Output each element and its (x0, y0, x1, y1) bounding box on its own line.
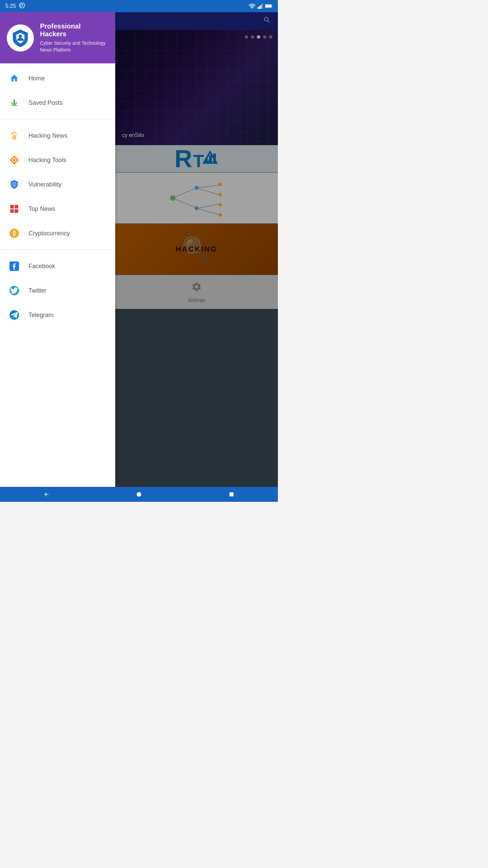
svg-point-1 (252, 8, 252, 8)
svg-text:₿: ₿ (13, 230, 16, 237)
svg-rect-5 (262, 3, 263, 9)
svg-point-9 (19, 35, 22, 38)
svg-rect-14 (10, 205, 14, 209)
dot-4 (263, 35, 266, 39)
main-nav-section: Home Saved Posts (0, 63, 115, 118)
search-button[interactable] (263, 16, 271, 26)
nav-item-cryptocurrency[interactable]: ₿ Cryptocurrency (0, 221, 115, 245)
svg-point-32 (219, 193, 222, 196)
nav-item-saved-posts[interactable]: Saved Posts (0, 91, 115, 115)
card-row-3: 🔍 HACKING (115, 224, 278, 275)
signal-icon (258, 3, 263, 9)
back-button[interactable] (40, 488, 53, 501)
facebook-icon (8, 260, 20, 272)
wifi-icon (249, 3, 256, 9)
drawer-nav: Home Saved Posts (0, 63, 115, 487)
rt-logo-card[interactable]: R T (115, 145, 278, 172)
settings-label: Settings (188, 297, 205, 303)
app-name: Professional Hackers (40, 22, 108, 38)
svg-rect-8 (265, 5, 271, 7)
svg-rect-42 (229, 492, 233, 496)
recent-button[interactable] (225, 488, 238, 501)
nav-item-top-news[interactable]: Top News (0, 197, 115, 221)
settings-gear-icon (191, 281, 202, 295)
sync-icon (19, 2, 25, 10)
svg-point-41 (137, 492, 141, 497)
svg-point-13 (13, 159, 15, 161)
svg-point-11 (14, 137, 15, 138)
settings-card[interactable]: Settings (115, 275, 278, 309)
hacking-news-icon (8, 130, 20, 142)
drawer: Professional Hackers Cyber Security and … (0, 12, 115, 487)
dot-2 (251, 35, 254, 39)
hacking-tools-icon (8, 154, 20, 166)
divider-1 (0, 119, 115, 119)
saved-posts-label: Saved Posts (28, 99, 63, 106)
svg-line-38 (199, 189, 219, 195)
svg-rect-26 (209, 155, 212, 164)
svg-rect-25 (205, 159, 208, 164)
status-time: 5:25 (5, 3, 16, 9)
vulnerability-icon (8, 178, 20, 191)
dot-3 (257, 35, 260, 39)
hacking-tools-label: Hacking Tools (28, 157, 66, 164)
svg-point-31 (219, 183, 222, 186)
top-news-label: Top News (28, 205, 55, 213)
home-button[interactable] (132, 488, 146, 501)
telegram-label: Telegram (28, 312, 54, 319)
svg-line-35 (176, 189, 195, 197)
svg-rect-3 (259, 6, 260, 9)
svg-point-30 (195, 206, 199, 210)
nav-item-twitter[interactable]: Twitter (0, 278, 115, 303)
svg-rect-15 (15, 205, 18, 209)
cryptocurrency-label: Cryptocurrency (28, 230, 70, 237)
svg-text:R: R (175, 145, 192, 172)
svg-line-40 (199, 209, 219, 215)
cards-grid: R T (115, 145, 278, 275)
facebook-label: Facebook (28, 263, 55, 270)
saved-posts-icon (8, 97, 20, 109)
home-icon (8, 72, 20, 84)
vulnerability-label: Vulnerability (28, 181, 61, 188)
card-row-1: R T (115, 145, 278, 173)
svg-rect-16 (10, 209, 14, 213)
svg-line-37 (199, 185, 219, 188)
nav-item-home[interactable]: Home (0, 66, 115, 91)
svg-point-28 (170, 195, 176, 201)
svg-rect-27 (213, 154, 216, 164)
twitter-label: Twitter (28, 287, 46, 294)
app-subtitle: Cyber Security and Technology News Platf… (40, 40, 108, 53)
cryptocurrency-icon: ₿ (8, 227, 20, 239)
banner-slider: cy enSilo (115, 30, 278, 145)
nav-item-facebook[interactable]: Facebook (0, 254, 115, 278)
svg-rect-17 (15, 209, 18, 213)
status-bar-right (249, 3, 272, 9)
status-bar: 5:25 (0, 0, 278, 12)
svg-point-33 (219, 203, 222, 206)
nav-item-telegram[interactable]: Telegram (0, 303, 115, 327)
status-bar-left: 5:25 (5, 2, 25, 10)
hacking-card-text: HACKING (176, 245, 218, 254)
drawer-header: Professional Hackers Cyber Security and … (0, 12, 115, 63)
svg-point-34 (219, 213, 222, 217)
drawer-title-area: Professional Hackers Cyber Security and … (40, 22, 108, 53)
telegram-icon (8, 309, 20, 321)
network-diagram-card[interactable] (115, 173, 278, 223)
nav-item-hacking-tools[interactable]: Hacking Tools (0, 148, 115, 172)
content-area: cy enSilo R T (115, 12, 278, 487)
svg-line-36 (176, 199, 195, 207)
slider-dots (245, 35, 272, 39)
svg-point-29 (195, 186, 199, 190)
twitter-icon (8, 284, 20, 297)
svg-rect-7 (271, 5, 272, 7)
nav-item-hacking-news[interactable]: Hacking News (0, 123, 115, 148)
top-news-icon (8, 203, 20, 215)
banner-background (115, 30, 278, 145)
content-toolbar (115, 12, 278, 30)
nav-item-vulnerability[interactable]: Vulnerability (0, 172, 115, 197)
bottom-nav (0, 487, 278, 502)
hacking-card[interactable]: 🔍 HACKING (115, 224, 278, 275)
svg-text:T: T (193, 151, 204, 171)
home-label: Home (28, 75, 45, 82)
rt-logo-svg: R T (173, 145, 220, 172)
